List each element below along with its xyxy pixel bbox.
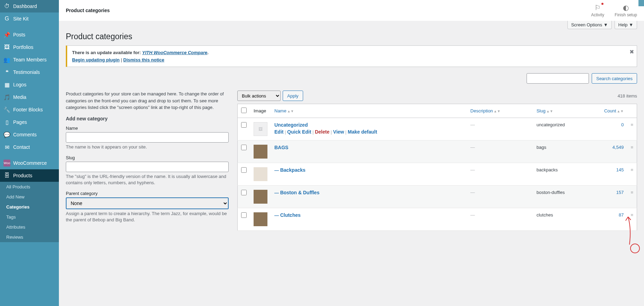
slug-cell: boston-duffles [533, 186, 596, 208]
delete-link[interactable]: Delete [315, 129, 329, 135]
thumbnail: 🖼 [254, 122, 267, 136]
drag-handle-icon[interactable]: ≡ [627, 186, 637, 208]
dismiss-notice-link[interactable]: Dismiss this notice [123, 57, 164, 62]
search-input[interactable] [527, 73, 589, 84]
category-name-link[interactable]: Boston & Duffles [280, 190, 320, 195]
menu-media[interactable]: 🎵Media [0, 91, 59, 103]
parent-select[interactable]: None [66, 197, 229, 209]
drag-handle-icon[interactable]: ≡ [627, 208, 637, 231]
empty-desc: — [470, 167, 475, 172]
items-count: 418 items [618, 93, 637, 99]
row-checkbox[interactable] [241, 190, 247, 195]
menu-pages[interactable]: ▯Pages [0, 116, 59, 128]
name-input[interactable] [66, 132, 229, 143]
row-checkbox[interactable] [241, 212, 247, 218]
menu-comments[interactable]: 💬Comments [0, 128, 59, 141]
col-image: Image [250, 104, 271, 118]
comment-icon: 💬 [3, 131, 10, 138]
sort-icon: ▲▼ [494, 109, 501, 113]
finish-setup-button[interactable]: ◐ Finish setup [615, 3, 637, 17]
drag-handle-icon[interactable]: ≡ [627, 163, 637, 186]
archive-icon: 🗄 [3, 172, 10, 179]
close-icon[interactable]: ✖ [629, 49, 634, 55]
col-slug[interactable]: Slug▲▼ [533, 104, 596, 118]
sort-icon: ▲▼ [546, 109, 553, 113]
menu-products[interactable]: 🗄Products [0, 169, 59, 182]
mail-icon: ✉ [3, 144, 10, 151]
menu-logos[interactable]: ▦Logos [0, 78, 59, 91]
menu-contact[interactable]: ✉Contact [0, 141, 59, 153]
row-checkbox[interactable] [241, 167, 247, 173]
woo-icon: Woo [3, 160, 10, 167]
grid-icon: ▦ [3, 81, 10, 88]
slug-input[interactable] [66, 162, 229, 172]
view-link[interactable]: View [333, 129, 344, 135]
menu-posts[interactable]: 📌Posts [0, 28, 59, 41]
menu-portfolios[interactable]: 🖼Portfolios [0, 41, 59, 53]
wrench-icon: 🔧 [3, 106, 10, 113]
notice-plugin-link[interactable]: YITH WooCommerce Compare [142, 50, 207, 55]
table-row: — Boston & Duffles — boston-duffles 157 … [238, 186, 637, 208]
select-all-checkbox[interactable] [241, 108, 247, 113]
products-submenu: All Products Add New Categories Tags Att… [0, 182, 59, 242]
col-count[interactable]: Count▲▼ [596, 104, 627, 118]
table-row: BAGS — bags 4,549 ≡ [238, 141, 637, 163]
page-icon: ▯ [3, 119, 10, 126]
image-icon: 🖼 [3, 44, 10, 51]
default-link[interactable]: Make default [348, 129, 377, 135]
submenu-categories[interactable]: Categories [0, 202, 59, 212]
edit-link[interactable]: Edit [274, 129, 283, 135]
menu-testimonials[interactable]: ❝Testimonials [0, 66, 59, 78]
empty-desc: — [470, 212, 475, 218]
notification-dot [601, 3, 603, 5]
submenu-attributes[interactable]: Attributes [0, 222, 59, 232]
menu-footer[interactable]: 🔧Footer Blocks [0, 103, 59, 116]
submenu-add-new[interactable]: Add New [0, 192, 59, 202]
activity-button[interactable]: ⚐ Activity [591, 3, 604, 17]
slug-cell: backpacks [533, 163, 596, 186]
col-desc[interactable]: Description▲▼ [467, 104, 533, 118]
update-notice: There is an update available for: YITH W… [66, 45, 637, 67]
screen-options-button[interactable]: Screen Options ▼ [567, 21, 612, 29]
menu-sitekit[interactable]: GSite Kit [0, 12, 59, 25]
thumbnail [254, 167, 267, 181]
col-name[interactable]: Name▲▼ [271, 104, 467, 118]
count-link[interactable]: 4,549 [612, 145, 624, 150]
category-name-link[interactable]: Clutches [280, 212, 301, 218]
menu-woocommerce[interactable]: WooWooCommerce [0, 157, 59, 169]
table-column: Bulk actions Apply 418 items Image Name▲… [237, 91, 637, 231]
name-label: Name [66, 126, 229, 131]
count-link[interactable]: 157 [616, 190, 624, 195]
drag-handle-icon[interactable]: ≡ [627, 118, 637, 141]
media-icon: 🎵 [3, 94, 10, 101]
admin-sidebar: ⏱Dashboard GSite Kit 📌Posts 🖼Portfolios … [0, 0, 59, 306]
begin-update-link[interactable]: Begin updating plugin [72, 57, 120, 62]
slug-cell: uncategorized [533, 118, 596, 141]
apply-button[interactable]: Apply [283, 91, 303, 101]
help-button[interactable]: Help ▼ [615, 21, 637, 29]
category-name-link[interactable]: BAGS [274, 145, 288, 150]
quick-edit-link[interactable]: Quick Edit [287, 129, 311, 135]
row-checkbox[interactable] [241, 145, 247, 150]
category-name-link[interactable]: Backpacks [280, 167, 306, 173]
menu-team[interactable]: 👥Team Members [0, 53, 59, 66]
empty-desc: — [470, 122, 475, 127]
submenu-all-products[interactable]: All Products [0, 182, 59, 192]
bulk-select[interactable]: Bulk actions [237, 91, 281, 101]
count-link[interactable]: 145 [616, 167, 624, 172]
count-link[interactable]: 0 [621, 122, 624, 127]
add-heading: Add new category [66, 116, 229, 121]
contrast-icon: ◐ [615, 3, 637, 12]
search-button[interactable]: Search categories [592, 73, 637, 84]
count-link[interactable]: 87 [619, 212, 624, 218]
thumbnail [254, 212, 267, 226]
drag-handle-icon[interactable]: ≡ [627, 141, 637, 163]
slug-desc: The "slug" is the URL-friendly version o… [66, 173, 229, 186]
submenu-tags[interactable]: Tags [0, 212, 59, 222]
menu-dashboard[interactable]: ⏱Dashboard [0, 0, 59, 12]
row-checkbox[interactable] [241, 122, 247, 128]
category-name-link[interactable]: Uncategorized [274, 122, 308, 128]
submenu-reviews[interactable]: Reviews [0, 232, 59, 242]
add-form-column: Product categories for your store can be… [66, 91, 229, 231]
page-title: Product categories [66, 32, 637, 41]
